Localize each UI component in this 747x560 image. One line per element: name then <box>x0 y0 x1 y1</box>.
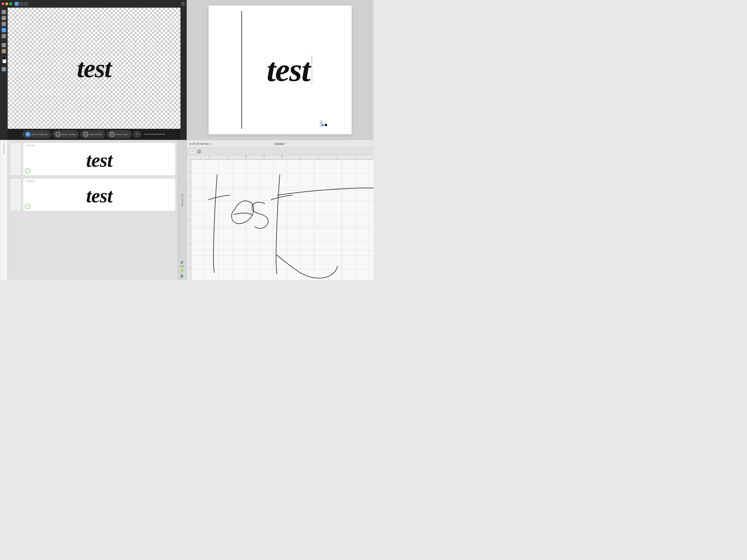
remove-glyph-btn-2[interactable]: − <box>25 204 30 209</box>
svg-text:24: 24 <box>188 221 190 223</box>
svg-text:16: 16 <box>245 155 247 157</box>
glyph-row-1: Uploaded test − <box>10 143 176 176</box>
pixel-mode-icon[interactable] <box>19 2 23 6</box>
more-options-btn[interactable]: × <box>133 131 141 137</box>
export-preview-panel: test MANUAL EXPORT (6 of 9) ▲ ▼ <box>187 0 374 140</box>
add-to-selection-btn[interactable]: + Add To Selection <box>22 130 51 138</box>
q1-canvas[interactable]: test <box>8 8 180 129</box>
select-content-btn[interactable]: ◎ Select Content <box>52 130 79 138</box>
export-page-label: MANUAL EXPORT (6 of 9) <box>311 55 313 84</box>
q1-top-toolbar <box>0 0 186 8</box>
save-button[interactable] <box>197 149 202 154</box>
system-icons: 🔊 55% 🔋 🔈 <box>180 260 185 278</box>
stroke-color-swatch[interactable] <box>2 59 6 63</box>
glyph-editor-svg <box>191 160 374 280</box>
ruler-marks-svg: 0 8 16 24 32 <box>191 155 374 159</box>
font-editor-panel: 11:46 AM Sat Mar 2 Untitled * LP 0 8 <box>187 140 374 280</box>
affinity-designer-panel: ↖ ◆ ✒ □ T ⊕ ✋ 💧 test <box>0 0 187 140</box>
svg-text:14: 14 <box>188 173 190 175</box>
q4-top-ruler: 0 8 16 24 32 <box>187 155 374 160</box>
zoom-tool-icon[interactable]: ⊕ <box>2 43 6 47</box>
select-inside-btn[interactable]: ◈ Select Inside <box>80 130 105 138</box>
maximize-button[interactable] <box>9 2 12 5</box>
black-indicator <box>325 124 327 126</box>
svg-text:0: 0 <box>209 155 210 157</box>
document-title: Untitled * <box>274 142 286 146</box>
glyph-text-1: test <box>86 150 112 170</box>
q3-side-scroll-tab <box>0 140 8 280</box>
select-inside-icon: ◈ <box>83 132 88 137</box>
glyph-card-1[interactable]: Uploaded test − <box>23 143 176 176</box>
toolbar-divider <box>2 41 6 41</box>
battery-icon: 🔋 <box>180 269 184 272</box>
status-time: 11:46 AM Sat Mar 2 <box>189 143 211 145</box>
remove-glyph-btn-1[interactable]: − <box>25 168 30 174</box>
view-tool-icon[interactable]: ✋ <box>2 49 6 53</box>
status-bar: 11:46 AM Sat Mar 2 <box>187 140 213 148</box>
shape-tool-icon[interactable]: □ <box>2 28 6 32</box>
q3-content-area: Uploaded test − Uploaded test − <box>8 140 178 280</box>
glyph-row-2: Uploaded test − <box>10 178 176 211</box>
glyph-label-1: Uploaded <box>25 144 35 147</box>
reset-all-btn[interactable]: Reset All <box>181 194 184 206</box>
select-content-label: Select Content <box>61 133 76 136</box>
reset-center-icon: ⊕ <box>110 132 114 137</box>
view-mode-icon[interactable] <box>15 2 19 6</box>
text-tool-icon[interactable]: T <box>2 34 6 38</box>
q4-side-ruler: 14 24 <box>187 160 191 280</box>
glyph-side-2 <box>10 178 21 211</box>
add-to-selection-label: Add To Selection <box>31 133 48 136</box>
glyph-card-2[interactable]: Uploaded test − <box>23 178 176 211</box>
pen-tool-icon[interactable]: ✒ <box>2 22 6 26</box>
lp-button[interactable]: LP <box>189 149 195 154</box>
svg-text:32: 32 <box>281 155 284 157</box>
speaker-icon: 🔊 <box>180 260 184 264</box>
svg-rect-1 <box>198 150 200 151</box>
q4-app-toolbar: LP <box>187 148 374 155</box>
reset-center-btn[interactable]: ⊕ Reset Center <box>107 130 131 138</box>
eyedropper-tool-icon[interactable]: 💧 <box>2 67 6 71</box>
prev-page-btn[interactable]: ▲ <box>320 121 323 123</box>
minimize-button[interactable] <box>5 2 8 5</box>
close-button[interactable] <box>2 2 4 5</box>
select-inside-label: Select Inside <box>89 133 102 136</box>
glyph-label-2: Uploaded <box>25 180 35 182</box>
q4-titlebar: 11:46 AM Sat Mar 2 Untitled * <box>187 140 374 148</box>
side-ruler-svg: 14 24 <box>187 160 191 280</box>
q3-right-sidebar: Reset All 🔊 55% 🔋 🔈 <box>178 140 186 280</box>
reset-center-label: Reset Center <box>115 133 129 136</box>
canvas-text: test <box>77 53 111 83</box>
export-text: test <box>266 51 310 89</box>
svg-rect-2 <box>198 152 200 153</box>
page-divider-line <box>241 11 242 129</box>
q1-bottom-toolbar: + Add To Selection ◎ Select Content ◈ Se… <box>8 129 180 140</box>
q1-right-panel <box>180 8 186 140</box>
select-content-icon: ◎ <box>55 132 60 137</box>
battery-percentage: 55% <box>180 265 184 268</box>
glyph-panel: Uploaded test − Uploaded test − Reset Al… <box>0 140 187 280</box>
corner-indicator <box>322 124 327 126</box>
glyph-text-2: test <box>86 186 112 206</box>
svg-text:24: 24 <box>263 155 265 157</box>
blue-indicator <box>322 124 324 126</box>
speaker-muted-icon[interactable]: 🔈 <box>180 274 185 278</box>
save-icon <box>197 150 201 153</box>
move-tool-icon[interactable]: ↖ <box>2 10 6 14</box>
glyph-side-1 <box>10 143 21 176</box>
export-mode-icon[interactable] <box>24 2 28 6</box>
add-icon: + <box>25 132 30 137</box>
q1-left-toolbar: ↖ ◆ ✒ □ T ⊕ ✋ 💧 <box>0 8 8 140</box>
q4-canvas-area[interactable]: 14 24 <box>187 160 374 280</box>
bottom-progress-bar <box>144 134 166 134</box>
q1-options-icon[interactable] <box>181 2 185 6</box>
reset-all-container: Reset All <box>181 142 184 258</box>
export-page: test MANUAL EXPORT (6 of 9) ▲ ▼ <box>209 5 352 134</box>
svg-text:8: 8 <box>227 155 228 157</box>
node-tool-icon[interactable]: ◆ <box>2 16 6 20</box>
q3-main-area: Uploaded test − Uploaded test − Reset Al… <box>0 140 186 280</box>
scroll-indicator <box>3 143 4 154</box>
